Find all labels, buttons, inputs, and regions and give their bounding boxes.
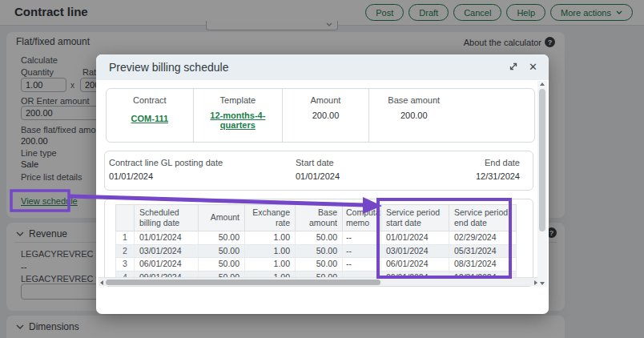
cell: 06/01/2024 xyxy=(134,258,198,271)
end-date-value: 12/31/2024 xyxy=(476,171,520,181)
horizontal-scrollbar[interactable] xyxy=(99,277,539,286)
cell: 08/31/2024 xyxy=(449,258,517,271)
scroll-up-icon[interactable] xyxy=(540,82,545,86)
expand-icon[interactable] xyxy=(509,62,518,71)
cell: 02/29/2024 xyxy=(449,231,517,244)
cell: 50.00 xyxy=(295,245,342,258)
rownum-header xyxy=(116,205,134,231)
row-number: 2 xyxy=(116,245,134,258)
base-amount-value: 200.00 xyxy=(369,111,459,120)
gl-posting-date-value: 01/01/2024 xyxy=(109,171,223,181)
cell: 50.00 xyxy=(198,258,244,271)
base-amount-label: Base amount xyxy=(369,95,459,105)
row-number: 3 xyxy=(116,258,134,271)
end-date-label: End date xyxy=(476,158,520,167)
cell: 01/01/2024 xyxy=(380,231,449,244)
vertical-scrollbar-thumb[interactable] xyxy=(539,89,545,231)
col-scheduled-billing-date: Scheduled billing date xyxy=(134,205,198,231)
cell: 50.00 xyxy=(198,231,244,244)
col-amount: Amount xyxy=(198,205,244,231)
col-computation-memo: Computation memo xyxy=(342,205,380,231)
cell: -- xyxy=(342,231,380,244)
cell: 03/01/2024 xyxy=(380,245,449,258)
cell: 50.00 xyxy=(295,258,342,271)
cell: 03/01/2024 xyxy=(134,245,198,258)
close-icon[interactable]: ✕ xyxy=(529,62,537,72)
table-row: 2 03/01/2024 50.00 1.00 50.00 -- 03/01/2… xyxy=(115,245,517,259)
cell: -- xyxy=(342,258,380,271)
dates-card: Contract line GL posting date 01/01/2024… xyxy=(104,151,533,191)
summary-card: Contract COM-111 Template 12-months-4-qu… xyxy=(106,88,535,143)
col-exchange-rate: Exchange rate xyxy=(244,205,295,231)
cell: 1.00 xyxy=(244,245,295,258)
col-service-period-end: Service period end date xyxy=(449,205,517,231)
preview-billing-schedule-modal: Preview billing schedule ✕ Contract COM-… xyxy=(96,54,549,314)
cell: 1.00 xyxy=(244,231,295,244)
cell: 50.00 xyxy=(295,231,342,244)
modal-titlebar: Preview billing schedule ✕ xyxy=(96,54,549,80)
template-label: Template xyxy=(194,95,283,105)
cell: 06/01/2024 xyxy=(380,258,449,271)
row-number: 1 xyxy=(116,231,134,244)
horizontal-scrollbar-thumb[interactable] xyxy=(106,280,380,285)
contract-link[interactable]: COM-111 xyxy=(115,114,184,123)
table-row: 1 01/01/2024 50.00 1.00 50.00 -- 01/01/2… xyxy=(115,231,517,245)
screen: Contract line Post Draft Cancel Help Mor… xyxy=(0,0,644,338)
start-date-value: 01/01/2024 xyxy=(296,171,340,181)
template-link[interactable]: 12-months-4-quarters xyxy=(203,111,272,130)
scroll-left-icon[interactable] xyxy=(100,280,103,285)
amount-label: Amount xyxy=(283,95,368,105)
schedule-table-card: Scheduled billing date Amount Exchange r… xyxy=(104,199,533,287)
cell: 01/01/2024 xyxy=(134,231,198,244)
gl-posting-date-label: Contract line GL posting date xyxy=(109,158,223,167)
scroll-down-icon[interactable] xyxy=(540,282,545,285)
contract-label: Contract xyxy=(107,95,193,105)
cell: -- xyxy=(342,245,380,258)
table-row: 3 06/01/2024 50.00 1.00 50.00 -- 06/01/2… xyxy=(115,258,517,272)
billing-schedule-table: Scheduled billing date Amount Exchange r… xyxy=(115,204,517,284)
start-date-label: Start date xyxy=(296,158,340,167)
vertical-scrollbar[interactable] xyxy=(537,81,547,287)
table-header-row: Scheduled billing date Amount Exchange r… xyxy=(115,204,517,231)
cell: 1.00 xyxy=(244,258,295,271)
col-service-period-start: Service period start date xyxy=(380,205,449,231)
amount-value: 200.00 xyxy=(283,111,368,120)
cell: 05/31/2024 xyxy=(449,245,517,258)
col-base-amount: Base amount xyxy=(295,205,342,231)
modal-title: Preview billing schedule xyxy=(109,61,228,74)
cell: 50.00 xyxy=(198,245,244,258)
